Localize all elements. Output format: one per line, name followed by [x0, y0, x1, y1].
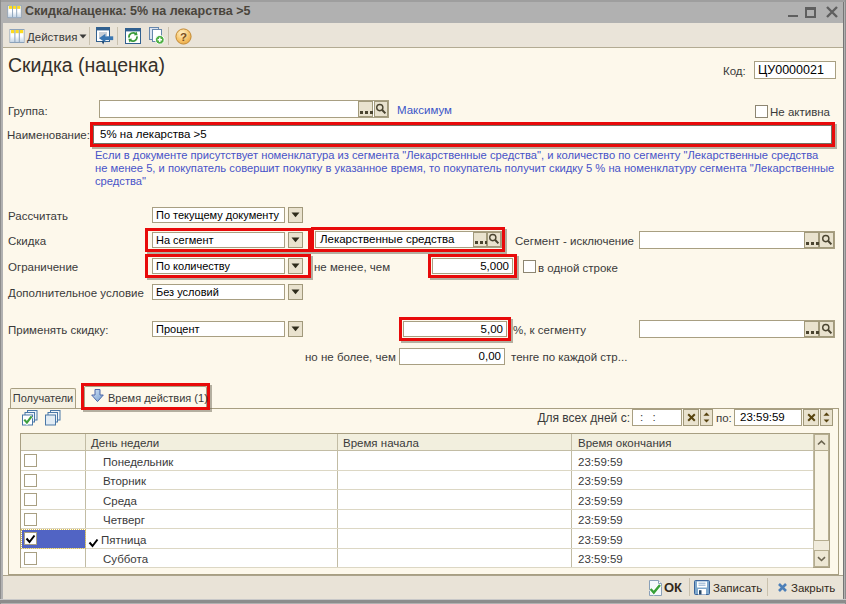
- svg-text:?: ?: [180, 31, 187, 43]
